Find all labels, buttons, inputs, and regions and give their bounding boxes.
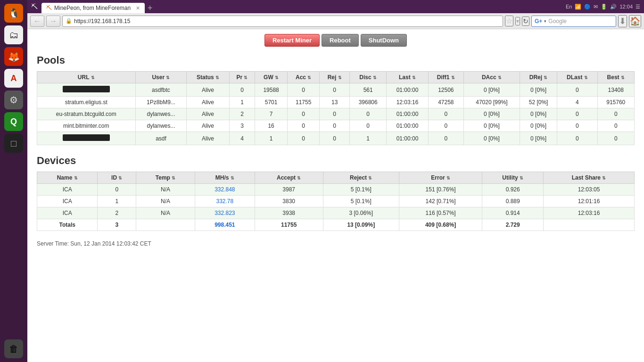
browser-tab[interactable]: ⛏ MinePeon, from MineForeman ✕ (41, 3, 145, 13)
col-name: Name ⇅ (37, 172, 98, 184)
volume-icon: 🔊 (610, 4, 617, 10)
col-user: User ⇅ (135, 72, 187, 83)
back-button[interactable]: ← (30, 16, 44, 27)
devices-table-row: ICA 2 N/A 332.823 3938 3 [0.06%] 116 [0.… (37, 207, 635, 219)
ubuntu-icon[interactable]: 🐧 (4, 4, 23, 23)
pool-pr: 0 (229, 83, 255, 97)
pool-status: Alive (187, 108, 229, 120)
pool-acc: 0 (287, 83, 320, 97)
device-mhs: 332.823 (195, 207, 255, 219)
menu-icon[interactable]: ☰ (636, 4, 640, 10)
pool-user: asdf (135, 132, 187, 145)
device-mhs: 332.78 (195, 196, 255, 207)
pools-table-row: asdfbtc Alive 0 19588 0 0 561 01:00:00 1… (37, 83, 635, 97)
pool-rej: 13 (320, 97, 350, 108)
pool-rej: 0 (320, 132, 350, 145)
pool-gw: 16 (255, 120, 288, 132)
totals-utility: 2.729 (482, 219, 544, 231)
pools-table-row: asdf Alive 4 1 0 0 1 01:00:00 0 0 [0%] 0… (37, 132, 635, 145)
torrent-icon[interactable]: Q (4, 112, 23, 131)
reboot-button[interactable]: Reboot (322, 34, 359, 47)
col-reject: Reject ⇅ (323, 172, 399, 184)
col-gw: GW ⇅ (255, 72, 288, 83)
pool-acc: 0 (287, 120, 320, 132)
download-button[interactable]: ⬇ (618, 15, 627, 27)
device-error: 142 [0.71%] (399, 196, 482, 207)
pool-last: 01:00:00 (387, 132, 428, 145)
pool-dlast: 0 (557, 108, 597, 120)
col-best: Best ⇅ (597, 72, 634, 83)
refresh-button[interactable]: ↻ (522, 16, 529, 26)
restart-miner-button[interactable]: Restart Miner (264, 34, 320, 47)
pools-table-row: stratum.eligius.st 1Pz8bM9... Alive 1 57… (37, 97, 635, 108)
device-accept: 3938 (255, 207, 323, 219)
pool-best: 0 (597, 108, 634, 120)
pool-url: stratum.eligius.st (37, 97, 136, 108)
new-tab-button[interactable]: + (145, 3, 156, 13)
wifi-icon: 📶 (575, 4, 581, 10)
device-temp: N/A (136, 207, 195, 219)
lang-indicator: En (566, 4, 572, 9)
pools-table-row: mint.bitminter.com dylanwes... Alive 3 1… (37, 120, 635, 132)
pool-status: Alive (187, 132, 229, 145)
pool-status: Alive (187, 83, 229, 97)
forward-button[interactable]: → (46, 16, 60, 27)
pool-dacc: 0 [0%] (464, 108, 520, 120)
server-time: Server Time: Sun, 12 Jan 2014 12:03:42 C… (37, 240, 635, 247)
url-bar[interactable]: 🔒 https://192.168.178.15 (62, 16, 503, 27)
bluetooth-icon: 🔵 (584, 4, 591, 10)
pool-pr: 3 (229, 120, 255, 132)
device-reject: 3 [0.06%] (323, 207, 399, 219)
search-bar[interactable]: G+ ▾ Google (531, 16, 616, 27)
pool-status: Alive (187, 120, 229, 132)
tab-close[interactable]: ✕ (136, 5, 140, 11)
col-diff1: Diff1 ⇅ (428, 72, 463, 83)
pool-dlast: 0 (557, 83, 597, 97)
pool-rej: 0 (320, 108, 350, 120)
shutdown-button[interactable]: ShutDown (361, 34, 407, 47)
col-dlast: DLast ⇅ (557, 72, 597, 83)
device-accept: 3830 (255, 196, 323, 207)
pool-last: 12:03:16 (387, 97, 428, 108)
files-icon[interactable]: 🗂 (4, 25, 23, 44)
pool-best: 0 (597, 132, 634, 145)
col-acc: Acc ⇅ (287, 72, 320, 83)
tab-title: MinePeon, from MineForeman (54, 5, 131, 11)
pool-drej: 0 [0%] (520, 108, 557, 120)
search-dropdown-arrow[interactable]: ▾ (544, 19, 546, 24)
firefox-icon[interactable]: 🦊 (4, 47, 23, 66)
pool-pr: 2 (229, 108, 255, 120)
pool-drej: 0 [0%] (520, 83, 557, 97)
pool-dacc: 0 [0%] (464, 83, 520, 97)
totals-id: 3 (98, 219, 136, 231)
col-status: Status ⇅ (187, 72, 229, 83)
devices-table-row: ICA 1 N/A 332.78 3830 5 [0.1%] 142 [0.71… (37, 196, 635, 207)
devices-section-title: Devices (37, 155, 635, 167)
bookmark-list-button[interactable]: ▾ (515, 17, 520, 25)
clock: 12:04 (619, 4, 633, 9)
col-dacc: DAcc ⇅ (464, 72, 520, 83)
devices-totals-row: Totals 3 998.451 11755 13 [0.09%] 409 [0… (37, 219, 635, 231)
pool-url: eu-stratum.btcguild.com (37, 108, 136, 120)
trash-icon[interactable]: 🗑 (4, 339, 23, 358)
settings-icon[interactable]: ⚙ (4, 90, 23, 109)
apps-icon[interactable]: A (4, 69, 23, 88)
pool-url (37, 132, 136, 145)
col-mhs: MH/s ⇅ (195, 172, 255, 184)
pool-dlast: 0 (557, 132, 597, 145)
pool-dlast: 0 (557, 120, 597, 132)
col-utility: Utility ⇅ (482, 172, 544, 184)
pool-drej: 52 [0%] (520, 97, 557, 108)
pool-drej: 0 [0%] (520, 120, 557, 132)
pool-last: 01:00:00 (387, 108, 428, 120)
pool-disc: 561 (350, 83, 387, 97)
pools-header-row: URL ⇅ User ⇅ Status ⇅ Pr ⇅ GW ⇅ Acc ⇅ Re… (37, 72, 635, 83)
pool-diff1: 0 (428, 132, 463, 145)
virtual-icon[interactable]: □ (4, 134, 23, 153)
mail-icon: ✉ (594, 4, 598, 10)
home-button[interactable]: 🏠 (629, 15, 641, 27)
pool-best: 13408 (597, 83, 634, 97)
device-last-share: 12:01:16 (544, 196, 635, 207)
action-buttons-row: Restart Miner Reboot ShutDown (37, 34, 635, 47)
bookmark-button[interactable]: ☆ (505, 16, 513, 26)
